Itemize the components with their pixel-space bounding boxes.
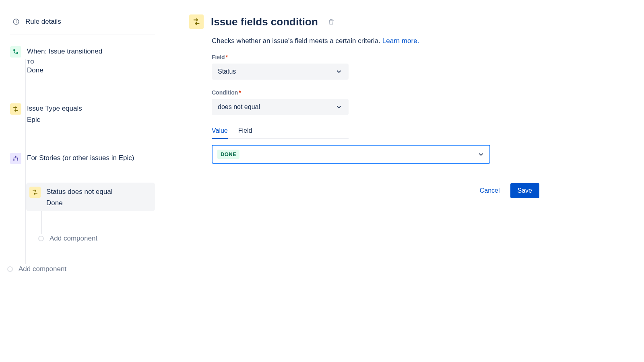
header-condition-icon [189,14,204,29]
save-button[interactable]: Save [510,183,539,198]
field-select[interactable]: Status [212,64,349,80]
condition-node-issuetype[interactable]: Issue Type equals Epic [10,99,155,128]
value-field-tabs: Value Field [212,125,349,139]
tab-value[interactable]: Value [212,125,228,138]
add-dot-icon [38,236,44,241]
branch-node[interactable]: For Stories (or other issues in Epic) [10,149,155,168]
value-multiselect[interactable]: DONE [212,145,490,164]
add-dot-icon [7,266,13,272]
status-lozenge-done: DONE [217,150,239,159]
condition-icon [10,103,21,115]
delete-button[interactable] [328,18,335,25]
field-label: Field [212,54,225,60]
svg-point-2 [16,21,17,21]
condition-status-value: Done [46,199,112,207]
chevron-down-icon [477,151,485,158]
tab-field[interactable]: Field [238,125,252,138]
page-title: Issue fields condition [211,16,318,28]
condition-status-title: Status does not equal [46,187,112,197]
rule-sidebar: Rule details When: Issue transitioned TO… [0,0,165,362]
svg-rect-5 [15,156,17,157]
trigger-value: Done [27,66,102,74]
condition-node-status[interactable]: Status does not equal Done [26,183,155,211]
trigger-node[interactable]: When: Issue transitioned TO Done [10,42,155,78]
add-component-label: Add component [19,265,66,273]
main-panel: Issue fields condition Checks whether an… [165,0,644,362]
condition-select-value: does not equal [218,103,260,111]
rule-tree: When: Issue transitioned TO Done Issue T… [10,35,155,276]
add-component-root[interactable]: Add component [10,262,155,276]
condition-title: Issue Type equals [27,104,82,113]
branch-title: For Stories (or other issues in Epic) [27,154,134,163]
trigger-sublabel: TO [27,59,102,65]
condition-value: Epic [27,116,82,124]
add-component-branch[interactable]: Add component [26,231,155,246]
condition-label: Condition [212,89,238,96]
condition-icon [29,187,41,198]
trigger-icon [10,46,21,58]
chevron-down-icon [335,103,343,111]
svg-point-4 [17,53,18,54]
svg-rect-7 [17,159,18,160]
page-description: Checks whether an issue's field meets a … [212,37,539,45]
rule-details-link[interactable]: Rule details [10,18,155,35]
info-icon [12,18,20,25]
svg-rect-6 [13,159,14,160]
condition-select[interactable]: does not equal [212,99,349,115]
add-component-label: Add component [50,234,97,243]
cancel-button[interactable]: Cancel [477,183,503,198]
field-select-value: Status [218,68,236,75]
rule-details-label: Rule details [25,18,61,26]
learn-more-link[interactable]: Learn more. [382,37,419,45]
branch-icon [10,153,21,164]
trigger-title: When: Issue transitioned [27,47,102,56]
chevron-down-icon [335,68,343,75]
